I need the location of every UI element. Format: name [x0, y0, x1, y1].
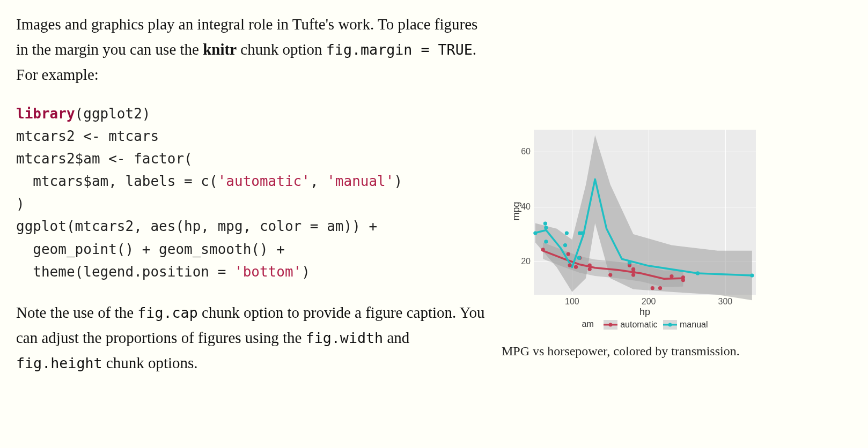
chart-legend: am automatic manual [534, 319, 756, 330]
code-line: geom_point() + geom_smooth() + [16, 241, 285, 257]
code-string: 'automatic' [218, 173, 310, 189]
data-point-manual [577, 256, 581, 260]
main-column: Images and graphics play an integral rol… [16, 12, 486, 448]
x-tick: 200 [642, 297, 656, 307]
legend-swatch-automatic [604, 320, 617, 330]
data-point-manual [565, 231, 569, 235]
data-point-manual [544, 240, 548, 243]
code-line: ggplot(mtcars2, aes(hp, mpg, color = am)… [16, 218, 377, 234]
figure-caption: MPG vs horsepower, colored by transmissi… [502, 342, 764, 361]
x-tick: 300 [718, 297, 733, 307]
data-point-automatic [608, 273, 612, 277]
data-point-manual [580, 231, 584, 235]
data-point-manual [563, 243, 567, 247]
data-point-manual [533, 231, 537, 235]
post-paragraph: Note the use of the fig.cap chunk option… [16, 300, 486, 376]
data-point-manual [543, 221, 547, 225]
code-token: , [310, 173, 327, 189]
legend-label-automatic: automatic [620, 320, 657, 329]
y-tick: 20 [509, 257, 531, 266]
code-line: mtcars2$am <- factor( [16, 151, 193, 167]
text: chunk options. [102, 354, 198, 371]
data-point-manual [696, 271, 700, 275]
margin-column: mpg hp am automatic manual 2040601002003… [502, 12, 852, 448]
data-point-automatic [681, 278, 685, 282]
data-point-manual [544, 226, 548, 229]
legend-label-manual: manual [680, 320, 708, 329]
data-point-automatic [631, 267, 635, 271]
text: chunk option [237, 41, 326, 58]
text: Note the use of the [16, 304, 137, 321]
y-tick: 40 [509, 202, 531, 212]
data-point-manual [628, 260, 631, 264]
code-string: 'bottom' [234, 264, 301, 280]
code-inline-figwidth: fig.width [306, 330, 384, 346]
text-strong-knitr: knitr [203, 41, 237, 58]
code-keyword-library: library [16, 106, 75, 122]
y-tick: 60 [509, 147, 531, 156]
code-inline-figcap: fig.cap [137, 304, 197, 321]
code-inline-figheight: fig.height [16, 355, 102, 371]
code-token: (ggplot2) [75, 106, 151, 122]
data-point-manual [750, 273, 754, 277]
code-line: ) [16, 196, 25, 212]
data-point-automatic [631, 273, 635, 277]
code-token: theme(legend.position = [16, 264, 234, 280]
code-string: 'manual' [327, 173, 394, 189]
chart-svg [534, 130, 756, 295]
data-point-automatic [651, 286, 654, 290]
data-point-automatic [567, 252, 570, 256]
chart: mpg hp am automatic manual 2040601002003… [502, 125, 764, 330]
code-token: ) [394, 173, 402, 189]
data-point-automatic [588, 267, 592, 271]
code-block: library(ggplot2) mtcars2 <- mtcars mtcar… [16, 102, 486, 283]
code-line: mtcars2 <- mtcars [16, 128, 159, 144]
code-token: mtcars$am, labels = c( [16, 173, 218, 189]
chart-panel [534, 130, 756, 295]
data-point-automatic [541, 248, 545, 251]
legend-swatch-manual [663, 320, 677, 330]
data-point-automatic [670, 274, 673, 278]
data-point-automatic [568, 263, 571, 267]
code-token: ) [301, 264, 310, 280]
code-inline-figmargin: fig.margin = TRUE [326, 41, 473, 58]
x-tick: 100 [565, 297, 579, 307]
data-point-automatic [658, 286, 662, 290]
margin-figure: mpg hp am automatic manual 2040601002003… [502, 125, 764, 361]
text: and [383, 329, 409, 346]
legend-title: am [582, 319, 594, 328]
chart-xlabel: hp [534, 307, 756, 318]
data-point-automatic [574, 265, 578, 269]
intro-paragraph: Images and graphics play an integral rol… [16, 12, 486, 87]
data-point-automatic [588, 263, 592, 267]
